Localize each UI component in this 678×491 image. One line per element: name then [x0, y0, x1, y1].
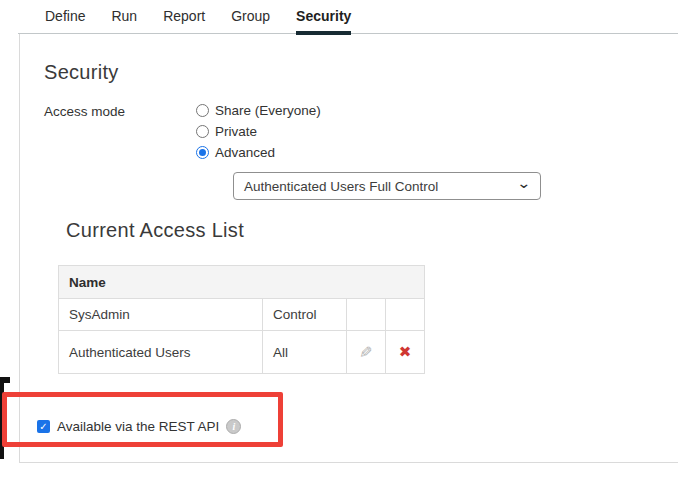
cell-delete: ✖	[386, 331, 425, 374]
cell-delete-empty	[386, 299, 425, 331]
panel-bottom-border	[19, 462, 678, 463]
radio-share-everyone[interactable]: Share (Everyone)	[196, 102, 321, 118]
rest-api-checkbox[interactable]: ✓	[37, 420, 50, 433]
current-access-list-title: Current Access List	[66, 219, 244, 242]
tab-define[interactable]: Define	[45, 8, 85, 35]
table-row-authenticated-users: Authenticated Users All ✎ ✖	[59, 331, 425, 374]
tab-group[interactable]: Group	[231, 8, 270, 35]
radio-unselected-icon	[196, 104, 209, 117]
annotation-black-mark-horizontal	[0, 377, 10, 383]
delete-x-icon[interactable]: ✖	[399, 343, 412, 361]
radio-advanced-label: Advanced	[215, 145, 275, 160]
annotation-black-mark-vertical	[0, 377, 4, 459]
table-header-row: Name	[59, 266, 425, 299]
cell-edit-empty	[347, 299, 386, 331]
cell-name: SysAdmin	[59, 299, 263, 331]
radio-advanced[interactable]: Advanced	[196, 144, 321, 160]
access-level-select[interactable]: Authenticated Users Full Control ⌄	[233, 172, 541, 200]
cell-name: Authenticated Users	[59, 331, 263, 374]
radio-unselected-icon	[196, 125, 209, 138]
chevron-down-icon: ⌄	[517, 176, 532, 190]
table-header-name: Name	[59, 266, 425, 299]
panel-left-border	[19, 34, 20, 462]
radio-selected-icon	[196, 146, 209, 159]
radio-private[interactable]: Private	[196, 123, 321, 139]
page-title: Security	[44, 61, 119, 84]
access-level-select-value: Authenticated Users Full Control	[244, 179, 438, 194]
radio-private-label: Private	[215, 124, 257, 139]
tab-run[interactable]: Run	[111, 8, 137, 35]
tab-report[interactable]: Report	[163, 8, 205, 35]
tab-security[interactable]: Security	[296, 8, 351, 35]
cell-permission: All	[263, 331, 347, 374]
cell-permission: Control	[263, 299, 347, 331]
access-mode-radio-group: Share (Everyone) Private Advanced	[196, 102, 321, 160]
access-mode-label: Access mode	[44, 104, 125, 119]
info-icon[interactable]: i	[226, 419, 241, 434]
edit-pencil-icon[interactable]: ✎	[359, 343, 372, 362]
rest-api-row: ✓ Available via the REST API i	[37, 419, 241, 434]
access-list-table: Name SysAdmin Control Authenticated User…	[58, 265, 425, 374]
tab-bar: Define Run Report Group Security	[45, 8, 351, 35]
rest-api-label: Available via the REST API	[57, 419, 219, 434]
security-settings-page: Define Run Report Group Security Securit…	[0, 0, 678, 491]
table-row-sysadmin: SysAdmin Control	[59, 299, 425, 331]
radio-share-everyone-label: Share (Everyone)	[215, 103, 321, 118]
cell-edit: ✎	[347, 331, 386, 374]
